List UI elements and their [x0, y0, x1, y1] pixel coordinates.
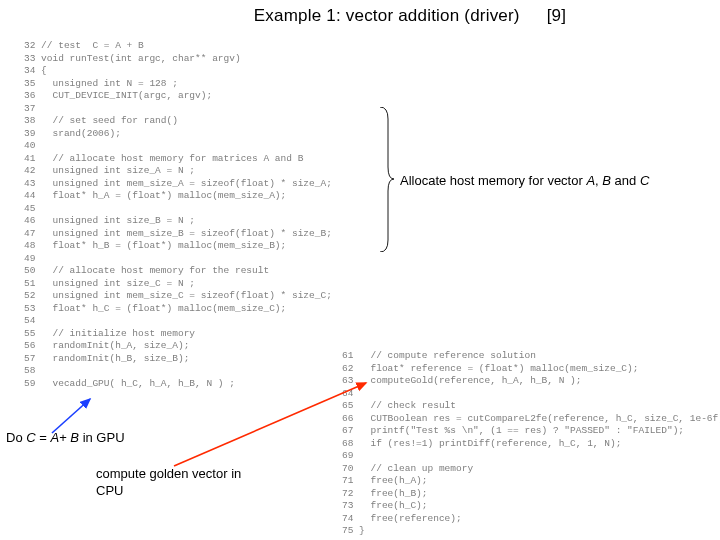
code-listing-2: 61 // compute reference solution 62 floa…	[342, 350, 720, 538]
alloc-var-c: C	[640, 173, 649, 188]
arrow-red-icon	[170, 380, 370, 470]
gpu-text-pre: Do	[6, 430, 26, 445]
annotation-golden: compute golden vector in CPU	[96, 465, 246, 499]
svg-line-0	[52, 399, 90, 433]
svg-line-1	[174, 383, 366, 466]
title-text: Example 1: vector addition (driver)	[254, 6, 520, 25]
alloc-var-a: A	[586, 173, 595, 188]
arrow-blue-icon	[40, 395, 100, 435]
gpu-var-c: C	[26, 430, 35, 445]
alloc-var-b: B	[602, 173, 611, 188]
alloc-text-mid2: and	[611, 173, 640, 188]
brace-icon	[378, 107, 394, 252]
slide-title: Example 1: vector addition (driver) [9]	[0, 0, 720, 26]
alloc-text-pre: Allocate host memory for vector	[400, 173, 586, 188]
reference-number: [9]	[547, 6, 567, 26]
annotation-allocate: Allocate host memory for vector A, B and…	[400, 173, 649, 188]
code-listing-1: 32 // test C = A + B 33 void runTest(int…	[24, 40, 332, 390]
